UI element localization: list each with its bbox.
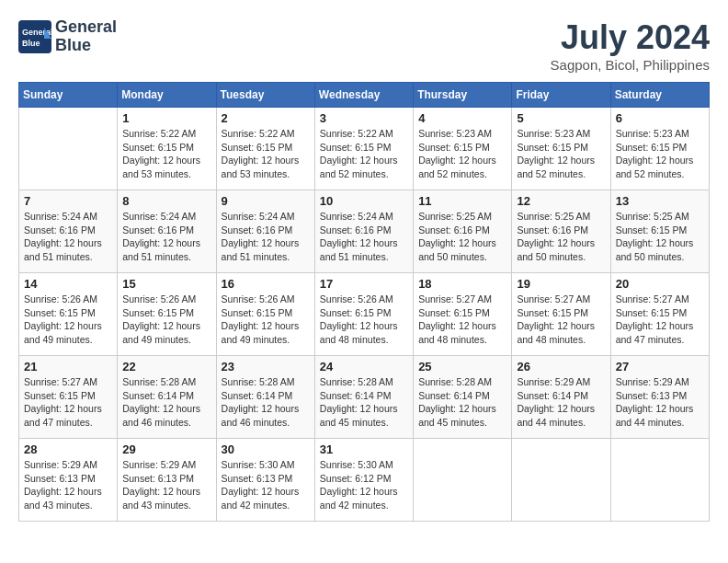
logo: General Blue General Blue	[18, 18, 117, 55]
day-info: Sunrise: 5:27 AM Sunset: 6:15 PM Dayligh…	[418, 293, 506, 347]
day-number: 3	[320, 111, 408, 125]
svg-text:Blue: Blue	[22, 39, 40, 48]
day-info: Sunrise: 5:25 AM Sunset: 6:16 PM Dayligh…	[517, 210, 605, 264]
day-number: 14	[24, 277, 112, 291]
title-area: July 2024 Sagpon, Bicol, Philippines	[551, 18, 710, 73]
day-info: Sunrise: 5:28 AM Sunset: 6:14 PM Dayligh…	[418, 375, 506, 430]
day-number: 8	[122, 194, 210, 208]
day-info: Sunrise: 5:26 AM Sunset: 6:15 PM Dayligh…	[222, 293, 310, 347]
calendar-cell: 12Sunrise: 5:25 AM Sunset: 6:16 PM Dayli…	[512, 190, 610, 273]
day-info: Sunrise: 5:29 AM Sunset: 6:13 PM Dayligh…	[24, 458, 112, 512]
day-info: Sunrise: 5:30 AM Sunset: 6:13 PM Dayligh…	[222, 458, 310, 512]
day-number: 24	[320, 360, 408, 373]
day-info: Sunrise: 5:22 AM Sunset: 6:15 PM Dayligh…	[320, 127, 408, 181]
header-day-monday: Monday	[118, 83, 216, 108]
logo-line1: General	[55, 18, 117, 37]
day-number: 22	[122, 360, 210, 373]
calendar-cell: 29Sunrise: 5:29 AM Sunset: 6:13 PM Dayli…	[118, 439, 216, 522]
day-info: Sunrise: 5:24 AM Sunset: 6:16 PM Dayligh…	[122, 210, 210, 264]
day-number: 27	[616, 360, 704, 373]
calendar-cell: 6Sunrise: 5:23 AM Sunset: 6:15 PM Daylig…	[610, 108, 709, 190]
day-number: 30	[222, 442, 310, 456]
day-info: Sunrise: 5:22 AM Sunset: 6:15 PM Dayligh…	[222, 127, 310, 181]
day-info: Sunrise: 5:26 AM Sunset: 6:15 PM Dayligh…	[24, 293, 112, 347]
header-day-tuesday: Tuesday	[216, 83, 314, 108]
header-day-friday: Friday	[512, 83, 610, 108]
calendar-cell: 25Sunrise: 5:28 AM Sunset: 6:14 PM Dayli…	[414, 356, 512, 439]
day-number: 13	[616, 194, 704, 208]
day-number: 5	[517, 111, 605, 125]
day-info: Sunrise: 5:26 AM Sunset: 6:15 PM Dayligh…	[122, 293, 210, 347]
day-info: Sunrise: 5:30 AM Sunset: 6:12 PM Dayligh…	[320, 458, 408, 512]
calendar-cell: 21Sunrise: 5:27 AM Sunset: 6:15 PM Dayli…	[19, 356, 118, 439]
calendar-cell	[414, 439, 512, 522]
day-info: Sunrise: 5:23 AM Sunset: 6:15 PM Dayligh…	[418, 127, 506, 181]
logo-text: General Blue	[55, 18, 117, 55]
calendar-cell: 13Sunrise: 5:25 AM Sunset: 6:15 PM Dayli…	[610, 190, 709, 273]
calendar-cell: 27Sunrise: 5:29 AM Sunset: 6:13 PM Dayli…	[610, 356, 709, 439]
day-number: 19	[517, 277, 605, 291]
location: Sagpon, Bicol, Philippines	[551, 57, 710, 73]
week-row-0: 1Sunrise: 5:22 AM Sunset: 6:15 PM Daylig…	[19, 108, 710, 190]
day-number: 26	[517, 360, 605, 373]
calendar-table: SundayMondayTuesdayWednesdayThursdayFrid…	[18, 82, 710, 522]
day-number: 28	[24, 442, 112, 456]
day-number: 23	[222, 360, 310, 373]
calendar-cell: 10Sunrise: 5:24 AM Sunset: 6:16 PM Dayli…	[314, 190, 413, 273]
week-row-1: 7Sunrise: 5:24 AM Sunset: 6:16 PM Daylig…	[19, 190, 710, 273]
calendar-cell: 8Sunrise: 5:24 AM Sunset: 6:16 PM Daylig…	[118, 190, 216, 273]
day-number: 20	[616, 277, 704, 291]
day-number: 9	[222, 194, 310, 208]
calendar-cell: 19Sunrise: 5:27 AM Sunset: 6:15 PM Dayli…	[512, 273, 610, 356]
day-info: Sunrise: 5:29 AM Sunset: 6:13 PM Dayligh…	[122, 458, 210, 512]
calendar-cell: 14Sunrise: 5:26 AM Sunset: 6:15 PM Dayli…	[19, 273, 118, 356]
week-row-2: 14Sunrise: 5:26 AM Sunset: 6:15 PM Dayli…	[19, 273, 710, 356]
calendar-cell	[19, 108, 118, 190]
logo-icon: General Blue	[18, 20, 51, 53]
day-info: Sunrise: 5:24 AM Sunset: 6:16 PM Dayligh…	[320, 210, 408, 264]
calendar-cell: 28Sunrise: 5:29 AM Sunset: 6:13 PM Dayli…	[19, 439, 118, 522]
day-number: 18	[418, 277, 506, 291]
calendar-cell	[610, 439, 709, 522]
calendar-cell: 26Sunrise: 5:29 AM Sunset: 6:14 PM Dayli…	[512, 356, 610, 439]
day-info: Sunrise: 5:27 AM Sunset: 6:15 PM Dayligh…	[517, 293, 605, 347]
calendar-cell: 31Sunrise: 5:30 AM Sunset: 6:12 PM Dayli…	[314, 439, 413, 522]
calendar-cell: 30Sunrise: 5:30 AM Sunset: 6:13 PM Dayli…	[216, 439, 314, 522]
calendar-cell: 23Sunrise: 5:28 AM Sunset: 6:14 PM Dayli…	[216, 356, 314, 439]
day-number: 16	[222, 277, 310, 291]
day-number: 15	[122, 277, 210, 291]
day-info: Sunrise: 5:26 AM Sunset: 6:15 PM Dayligh…	[320, 293, 408, 347]
header-day-thursday: Thursday	[414, 83, 512, 108]
day-number: 10	[320, 194, 408, 208]
calendar-cell: 22Sunrise: 5:28 AM Sunset: 6:14 PM Dayli…	[118, 356, 216, 439]
day-number: 12	[517, 194, 605, 208]
day-info: Sunrise: 5:23 AM Sunset: 6:15 PM Dayligh…	[517, 127, 605, 181]
day-info: Sunrise: 5:27 AM Sunset: 6:15 PM Dayligh…	[24, 375, 112, 430]
calendar-cell: 20Sunrise: 5:27 AM Sunset: 6:15 PM Dayli…	[610, 273, 709, 356]
calendar-cell: 11Sunrise: 5:25 AM Sunset: 6:16 PM Dayli…	[414, 190, 512, 273]
day-info: Sunrise: 5:25 AM Sunset: 6:15 PM Dayligh…	[616, 210, 704, 264]
day-number: 1	[122, 111, 210, 125]
header-day-wednesday: Wednesday	[314, 83, 413, 108]
calendar-cell: 24Sunrise: 5:28 AM Sunset: 6:14 PM Dayli…	[314, 356, 413, 439]
month-year: July 2024	[551, 18, 710, 57]
day-number: 17	[320, 277, 408, 291]
day-number: 7	[24, 194, 112, 208]
calendar-cell: 4Sunrise: 5:23 AM Sunset: 6:15 PM Daylig…	[414, 108, 512, 190]
calendar-cell: 3Sunrise: 5:22 AM Sunset: 6:15 PM Daylig…	[314, 108, 413, 190]
week-row-4: 28Sunrise: 5:29 AM Sunset: 6:13 PM Dayli…	[19, 439, 710, 522]
day-info: Sunrise: 5:29 AM Sunset: 6:13 PM Dayligh…	[616, 375, 704, 430]
header-day-sunday: Sunday	[19, 83, 118, 108]
day-info: Sunrise: 5:29 AM Sunset: 6:14 PM Dayligh…	[517, 375, 605, 430]
calendar-header-row: SundayMondayTuesdayWednesdayThursdayFrid…	[19, 83, 710, 108]
calendar-cell: 7Sunrise: 5:24 AM Sunset: 6:16 PM Daylig…	[19, 190, 118, 273]
day-number: 31	[320, 442, 408, 456]
calendar-cell: 1Sunrise: 5:22 AM Sunset: 6:15 PM Daylig…	[118, 108, 216, 190]
calendar-cell: 18Sunrise: 5:27 AM Sunset: 6:15 PM Dayli…	[414, 273, 512, 356]
calendar-cell	[512, 439, 610, 522]
day-number: 6	[616, 111, 704, 125]
day-info: Sunrise: 5:28 AM Sunset: 6:14 PM Dayligh…	[122, 375, 210, 430]
day-info: Sunrise: 5:24 AM Sunset: 6:16 PM Dayligh…	[222, 210, 310, 264]
day-info: Sunrise: 5:25 AM Sunset: 6:16 PM Dayligh…	[418, 210, 506, 264]
day-info: Sunrise: 5:22 AM Sunset: 6:15 PM Dayligh…	[122, 127, 210, 181]
